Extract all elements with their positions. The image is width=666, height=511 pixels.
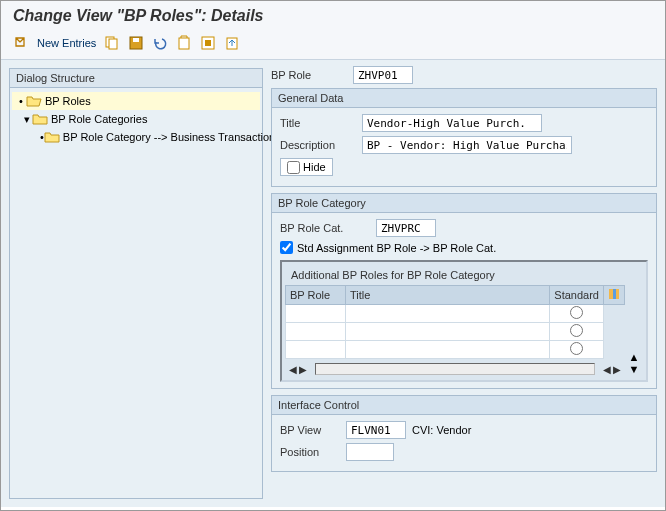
description-input[interactable] <box>362 136 572 154</box>
scroll-right2-icon[interactable]: ▶ <box>613 364 621 375</box>
folder-icon <box>32 112 48 126</box>
col-bp-role[interactable]: BP Role <box>286 286 346 305</box>
position-label: Position <box>280 446 340 458</box>
collapse-icon[interactable]: ▾ <box>22 113 32 126</box>
save-icon[interactable] <box>128 35 144 51</box>
tree-item-bp-role-categories[interactable]: ▾ BP Role Categories <box>12 110 260 128</box>
new-entries-button[interactable]: New Entries <box>37 37 96 49</box>
scroll-left2-icon[interactable]: ◀ <box>603 364 611 375</box>
position-input[interactable] <box>346 443 394 461</box>
copy-icon[interactable] <box>104 35 120 51</box>
svg-rect-4 <box>179 38 189 49</box>
std-assignment-label: Std Assignment BP Role -> BP Role Cat. <box>297 242 496 254</box>
bp-role-input[interactable] <box>353 66 413 84</box>
toggle-icon[interactable] <box>13 35 29 51</box>
hide-checkbox[interactable] <box>287 161 300 174</box>
bp-view-label: BP View <box>280 424 340 436</box>
delete-icon[interactable] <box>176 35 192 51</box>
bp-role-category-title: BP Role Category <box>272 194 656 213</box>
page-title: Change View "BP Roles": Details <box>1 1 665 31</box>
std-assignment-checkbox[interactable] <box>280 241 293 254</box>
table-row[interactable] <box>286 341 625 359</box>
title-input[interactable] <box>362 114 542 132</box>
scroll-left-icon[interactable]: ◀ <box>289 364 297 375</box>
dialog-structure-tree: Dialog Structure • BP Roles ▾ BP Role Ca… <box>9 68 263 499</box>
table-row[interactable] <box>286 323 625 341</box>
svg-rect-8 <box>609 289 613 299</box>
folder-icon <box>44 130 60 144</box>
undo-icon[interactable] <box>152 35 168 51</box>
select-icon[interactable] <box>200 35 216 51</box>
bp-view-extra: CVI: Vendor <box>412 424 471 436</box>
bp-role-cat-input[interactable] <box>376 219 436 237</box>
scroll-right-icon[interactable]: ▶ <box>299 364 307 375</box>
col-standard[interactable]: Standard <box>550 286 604 305</box>
title-label: Title <box>280 117 356 129</box>
standard-radio[interactable] <box>570 324 583 337</box>
hide-label: Hide <box>303 161 326 173</box>
general-data-group: General Data Title Description Hide <box>271 88 657 187</box>
bp-role-cat-label: BP Role Cat. <box>280 222 370 234</box>
svg-rect-9 <box>613 289 616 299</box>
standard-radio[interactable] <box>570 342 583 355</box>
bullet-icon: • <box>16 95 26 107</box>
bp-role-label: BP Role <box>271 69 347 81</box>
svg-rect-3 <box>133 38 139 42</box>
standard-radio[interactable] <box>570 306 583 319</box>
tree-item-bp-role-category-bt[interactable]: • BP Role Category --> Business Transact… <box>12 128 260 146</box>
scroll-down-icon[interactable]: ▼ <box>629 363 640 375</box>
scroll-up-icon[interactable]: ▲ <box>629 351 640 363</box>
export-icon[interactable] <box>224 35 240 51</box>
table-settings-button[interactable] <box>604 286 625 305</box>
horizontal-scrollbar[interactable] <box>315 363 595 375</box>
svg-rect-1 <box>109 39 117 49</box>
bp-view-input[interactable] <box>346 421 406 439</box>
svg-rect-10 <box>616 289 619 299</box>
bp-role-category-group: BP Role Category BP Role Cat. Std Assign… <box>271 193 657 389</box>
svg-rect-6 <box>205 40 211 46</box>
folder-open-icon <box>26 94 42 108</box>
general-data-title: General Data <box>272 89 656 108</box>
description-label: Description <box>280 139 356 151</box>
tree-header: Dialog Structure <box>10 69 262 88</box>
col-title[interactable]: Title <box>346 286 550 305</box>
interface-control-group: Interface Control BP View CVI: Vendor Po… <box>271 395 657 472</box>
toolbar: New Entries <box>1 31 665 60</box>
table-row[interactable] <box>286 305 625 323</box>
table-title: Additional BP Roles for BP Role Category <box>285 265 643 285</box>
tree-item-bp-roles[interactable]: • BP Roles <box>12 92 260 110</box>
additional-roles-table: Additional BP Roles for BP Role Category… <box>280 260 648 382</box>
interface-control-title: Interface Control <box>272 396 656 415</box>
